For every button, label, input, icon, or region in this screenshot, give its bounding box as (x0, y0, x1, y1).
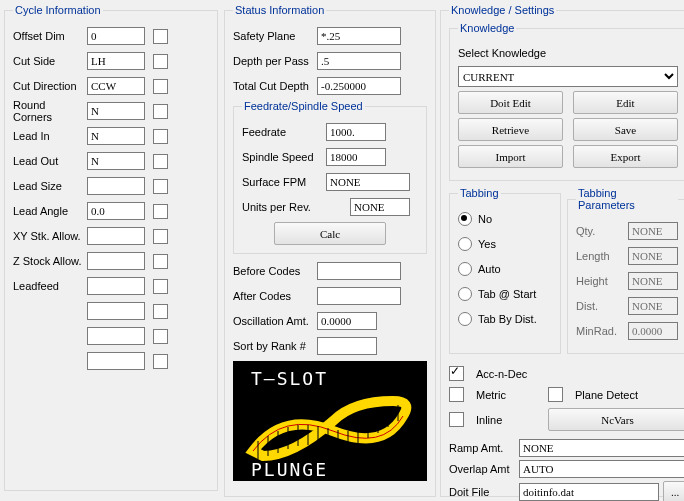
select-knowledge-label: Select Knowledge (458, 47, 546, 59)
lead-size-check[interactable] (153, 179, 168, 194)
knowledge-settings-group: Knowledge / Settings Knowledge Select Kn… (440, 4, 684, 497)
xy-stk-input[interactable] (87, 227, 145, 245)
lead-out-check[interactable] (153, 154, 168, 169)
total-cut-depth-label: Total Cut Depth (233, 80, 317, 92)
tabbing-params-legend: Tabbing Parameters (576, 187, 678, 211)
doit-edit-button[interactable]: Doit Edit (458, 91, 563, 114)
minrad-label: MinRad. (576, 325, 628, 337)
lead-out-label: Lead Out (13, 155, 87, 167)
qty-input (628, 222, 678, 240)
lead-angle-label: Lead Angle (13, 205, 87, 217)
lead-angle-check[interactable] (153, 204, 168, 219)
tabbing-dist-label: Tab By Dist. (478, 313, 537, 325)
doit-file-input[interactable] (519, 483, 659, 501)
tabbing-dist-radio[interactable] (458, 312, 472, 326)
before-codes-label: Before Codes (233, 265, 317, 277)
plane-detect-check[interactable] (548, 387, 563, 402)
spindle-input[interactable] (326, 148, 386, 166)
cycle-information-group: Cycle Information Offset Dim Cut Side Cu… (4, 4, 218, 491)
lead-out-input[interactable] (87, 152, 145, 170)
z-stk-check[interactable] (153, 254, 168, 269)
tabbing-auto-radio[interactable] (458, 262, 472, 276)
minrad-input (628, 322, 678, 340)
tabbing-no-radio[interactable] (458, 212, 472, 226)
knowledge-inner-legend: Knowledge (458, 22, 516, 34)
extra-input-1[interactable] (87, 302, 145, 320)
metric-label: Metric (476, 389, 536, 401)
offset-dim-input[interactable] (87, 27, 145, 45)
units-per-rev-label: Units per Rev. (242, 201, 326, 213)
edit-button[interactable]: Edit (573, 91, 678, 114)
ncvars-button[interactable]: NcVars (548, 408, 684, 431)
length-label: Length (576, 250, 628, 262)
units-per-rev-input[interactable] (350, 198, 410, 216)
retrieve-button[interactable]: Retrieve (458, 118, 563, 141)
acc-n-dec-check[interactable] (449, 366, 464, 381)
after-codes-label: After Codes (233, 290, 317, 302)
lead-size-input[interactable] (87, 177, 145, 195)
offset-dim-check[interactable] (153, 29, 168, 44)
height-label: Height (576, 275, 628, 287)
round-corners-input[interactable] (87, 102, 145, 120)
export-button[interactable]: Export (573, 145, 678, 168)
doit-file-browse-button[interactable]: ... (663, 481, 684, 501)
z-stk-input[interactable] (87, 252, 145, 270)
spindle-label: Spindle Speed (242, 151, 326, 163)
overlap-input[interactable] (519, 460, 684, 478)
preview-text-bot: PLUNGE (251, 459, 328, 480)
leadfeed-input[interactable] (87, 277, 145, 295)
total-cut-depth-input[interactable] (317, 77, 401, 95)
cut-direction-check[interactable] (153, 79, 168, 94)
lead-angle-input[interactable] (87, 202, 145, 220)
cycle-legend: Cycle Information (13, 4, 103, 16)
cut-side-input[interactable] (87, 52, 145, 70)
qty-label: Qty. (576, 225, 628, 237)
round-corners-check[interactable] (153, 104, 168, 119)
inline-check[interactable] (449, 412, 464, 427)
leadfeed-check[interactable] (153, 279, 168, 294)
import-button[interactable]: Import (458, 145, 563, 168)
extra-check-2[interactable] (153, 329, 168, 344)
tabbing-yes-radio[interactable] (458, 237, 472, 251)
xy-stk-check[interactable] (153, 229, 168, 244)
round-corners-label: Round Corners (13, 99, 87, 123)
cut-side-check[interactable] (153, 54, 168, 69)
oscillation-input[interactable] (317, 312, 377, 330)
select-knowledge-dropdown[interactable]: CURRENT (458, 66, 678, 87)
inline-label: Inline (476, 414, 536, 426)
surface-fpm-input[interactable] (326, 173, 410, 191)
xy-stk-label: XY Stk. Allow. (13, 230, 87, 242)
feedrate-input[interactable] (326, 123, 386, 141)
sort-rank-input[interactable] (317, 337, 377, 355)
after-codes-input[interactable] (317, 287, 401, 305)
lead-in-input[interactable] (87, 127, 145, 145)
metric-check[interactable] (449, 387, 464, 402)
tabbing-params-group: Tabbing Parameters Qty. Length Height Di… (567, 187, 684, 354)
z-stk-label: Z Stock Allow. (13, 255, 87, 267)
before-codes-input[interactable] (317, 262, 401, 280)
overlap-label: Overlap Amt (449, 463, 519, 475)
tabbing-group: Tabbing No Yes Auto Tab @ Start Tab By D… (449, 187, 561, 354)
dist-label: Dist. (576, 300, 628, 312)
calc-button[interactable]: Calc (274, 222, 386, 245)
extra-check-1[interactable] (153, 304, 168, 319)
dist-input (628, 297, 678, 315)
cut-direction-input[interactable] (87, 77, 145, 95)
feedrate-legend: Feedrate/Spindle Speed (242, 100, 365, 112)
extra-input-3[interactable] (87, 352, 145, 370)
ramp-input[interactable] (519, 439, 684, 457)
depth-per-pass-input[interactable] (317, 52, 401, 70)
tabbing-start-radio[interactable] (458, 287, 472, 301)
leadfeed-label: Leadfeed (13, 280, 87, 292)
extra-check-3[interactable] (153, 354, 168, 369)
knowledge-legend: Knowledge / Settings (449, 4, 556, 16)
tabbing-start-label: Tab @ Start (478, 288, 536, 300)
lead-in-check[interactable] (153, 129, 168, 144)
length-input (628, 247, 678, 265)
tabbing-no-label: No (478, 213, 492, 225)
extra-input-2[interactable] (87, 327, 145, 345)
safety-plane-input[interactable] (317, 27, 401, 45)
save-button[interactable]: Save (573, 118, 678, 141)
sort-rank-label: Sort by Rank # (233, 340, 317, 352)
oscillation-label: Oscillation Amt. (233, 315, 317, 327)
